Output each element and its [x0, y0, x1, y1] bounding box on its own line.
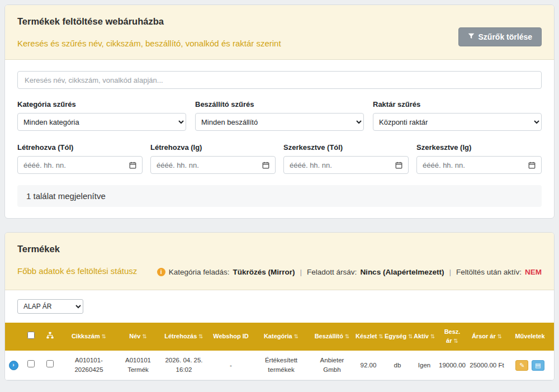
- cell-keszlet: 92.00: [354, 351, 383, 380]
- sort-icon: ⇅: [345, 333, 349, 339]
- column-label: Aktív: [414, 333, 429, 339]
- warehouse-filter-field: Raktár szűrés Központi raktár: [373, 100, 542, 131]
- supplier-filter-select[interactable]: Minden beszállító: [195, 113, 364, 131]
- sort-icon: ⇅: [408, 333, 413, 339]
- filter-selects-row: Kategória szűrés Minden kategória Beszál…: [17, 100, 542, 131]
- date-placeholder: éééé. hh. nn.: [23, 161, 66, 169]
- column-header-letrehozas[interactable]: Létrehozás⇅: [158, 323, 210, 351]
- variant-checkbox[interactable]: [46, 360, 54, 367]
- select-all-checkbox[interactable]: [27, 332, 35, 339]
- edited-to-date-input[interactable]: éééé. hh. nn.: [416, 156, 542, 174]
- edited-from-field: Szerkesztve (Tól) éééé. hh. nn.: [283, 143, 409, 174]
- cell-beszallito: Anbieter Gmbh: [310, 351, 354, 380]
- column-header-nev[interactable]: Név⇅: [118, 323, 158, 351]
- sitemap-icon: [46, 333, 54, 340]
- supplier-filter-field: Beszállító szűrés Minden beszállító: [195, 100, 364, 131]
- sort-icon: ⇅: [198, 333, 203, 339]
- separator: |: [449, 268, 451, 276]
- column-header-keszlet[interactable]: Készlet⇅: [354, 323, 383, 351]
- column-label: Név: [129, 333, 140, 339]
- created-from-date-input[interactable]: éééé. hh. nn.: [17, 156, 143, 174]
- sort-icon: ⇅: [379, 333, 383, 339]
- products-table: Cikkszám⇅ Név⇅ Létrehozás⇅ Webshop ID Ka…: [5, 323, 554, 380]
- category-filter-label: Kategória szűrés: [17, 100, 186, 108]
- table-row: › A010101-20260425 A010101 Termék 2026. …: [5, 351, 554, 380]
- filter-card: Termékek feltöltése webáruházba Keresés …: [4, 4, 555, 219]
- column-label: Készlet: [356, 333, 377, 339]
- date-placeholder: éééé. hh. nn.: [157, 161, 199, 169]
- column-header-aktiv[interactable]: Aktív⇅: [412, 323, 437, 351]
- row-checkbox[interactable]: [27, 360, 35, 367]
- column-label: Webshop ID: [213, 333, 248, 339]
- calendar-icon: [262, 162, 269, 169]
- separator: |: [300, 268, 302, 276]
- filter-card-body: Kategória szűrés Minden kategória Beszál…: [5, 60, 554, 218]
- category-mode-value: Tükrözés (Mirror): [233, 268, 295, 276]
- edited-to-label: Szerkesztve (Ig): [416, 143, 542, 152]
- column-header-kategoria[interactable]: Kategória⇅: [252, 323, 310, 351]
- created-to-date-input[interactable]: éééé. hh. nn.: [150, 156, 276, 174]
- edited-from-label: Szerkesztve (Tól): [283, 143, 409, 152]
- expand-row-button[interactable]: ›: [9, 361, 18, 370]
- category-filter-field: Kategória szűrés Minden kategória: [17, 100, 186, 131]
- column-label: Kategória: [264, 333, 292, 339]
- page: Termékek feltöltése webáruházba Keresés …: [0, 0, 559, 385]
- expand-icon: ›: [12, 362, 14, 368]
- column-header-beszallito[interactable]: Beszállító⇅: [310, 323, 354, 351]
- column-header-besz-ar[interactable]: Besz. ár⇅: [437, 323, 468, 351]
- price-tier-select[interactable]: ALAP ÁR: [17, 299, 83, 314]
- cell-muveletek: ✎ ▤: [506, 351, 554, 380]
- cell-expand: ›: [5, 351, 22, 380]
- cell-nev: A010101 Termék: [118, 351, 158, 380]
- info-icon: i: [157, 268, 165, 276]
- calendar-icon: [129, 162, 136, 169]
- sort-icon: ⇅: [102, 333, 106, 339]
- cell-aktiv: Igen: [412, 351, 437, 380]
- column-label: Ársor ár: [472, 333, 496, 339]
- calendar-icon: [528, 162, 536, 169]
- search-input[interactable]: [17, 71, 542, 89]
- products-card-header: Termékek Főbb adatok és feltöltési státu…: [5, 233, 554, 290]
- cell-arsor-ar: 25000.00 Ft: [468, 351, 506, 380]
- stats-button[interactable]: ▤: [532, 360, 544, 371]
- stats-icon: ▤: [535, 362, 541, 369]
- cell-kategoria: Értékesített termékek: [252, 351, 310, 380]
- column-label: Cikkszám: [72, 333, 100, 339]
- column-header-egyseg[interactable]: Egység⇅: [383, 323, 412, 351]
- sort-icon: ⇅: [294, 333, 299, 339]
- sort-icon: ⇅: [142, 333, 146, 339]
- table-header-row: Cikkszám⇅ Név⇅ Létrehozás⇅ Webshop ID Ka…: [5, 323, 554, 351]
- clear-filters-label: Szűrők törlése: [479, 32, 532, 41]
- date-filters-row: Létrehozva (Tól) éééé. hh. nn. Létrehozv…: [17, 143, 542, 174]
- created-to-field: Létrehozva (Ig) éééé. hh. nn.: [150, 143, 276, 174]
- sort-icon: ⇅: [430, 333, 435, 339]
- warehouse-filter-select[interactable]: Központi raktár: [373, 113, 542, 131]
- price-band-label: Feladott ársáv:: [307, 268, 357, 276]
- active-after-upload-value: NEM: [525, 268, 542, 276]
- supplier-filter-label: Beszállító szűrés: [195, 100, 364, 108]
- calendar-icon: [395, 162, 402, 169]
- column-label: Egység: [385, 333, 406, 339]
- cell-besz-ar: 19000.00: [437, 351, 468, 380]
- created-to-label: Létrehozva (Ig): [150, 143, 276, 152]
- cell-variant-select: [40, 351, 60, 380]
- column-header-expand: [5, 323, 22, 351]
- sort-icon: ⇅: [498, 333, 502, 339]
- cell-cikkszam: A010101-20260425: [60, 351, 118, 380]
- page-title: Termékek feltöltése webáruházba: [17, 16, 542, 27]
- cell-egyseg: db: [383, 351, 412, 380]
- column-label: Létrehozás: [164, 333, 197, 339]
- edit-button[interactable]: ✎: [515, 360, 528, 371]
- column-header-muveletek: Műveletek: [506, 323, 554, 351]
- products-card-body: ALAP ÁR: [5, 290, 554, 380]
- column-header-cikkszam[interactable]: Cikkszám⇅: [60, 323, 118, 351]
- column-header-variants: [40, 323, 60, 351]
- filter-card-header: Termékek feltöltése webáruházba Keresés …: [5, 5, 554, 60]
- price-band-value: Nincs (Alapértelmezett): [360, 268, 444, 276]
- column-header-arsor-ar[interactable]: Ársor ár⇅: [468, 323, 506, 351]
- edited-from-date-input[interactable]: éééé. hh. nn.: [283, 156, 409, 174]
- clear-filters-button[interactable]: Szűrők törlése: [458, 27, 542, 46]
- edit-icon: ✎: [519, 362, 524, 369]
- upload-settings-info: i Kategória feladás: Tükrözés (Mirror) |…: [157, 268, 542, 276]
- category-filter-select[interactable]: Minden kategória: [17, 113, 186, 131]
